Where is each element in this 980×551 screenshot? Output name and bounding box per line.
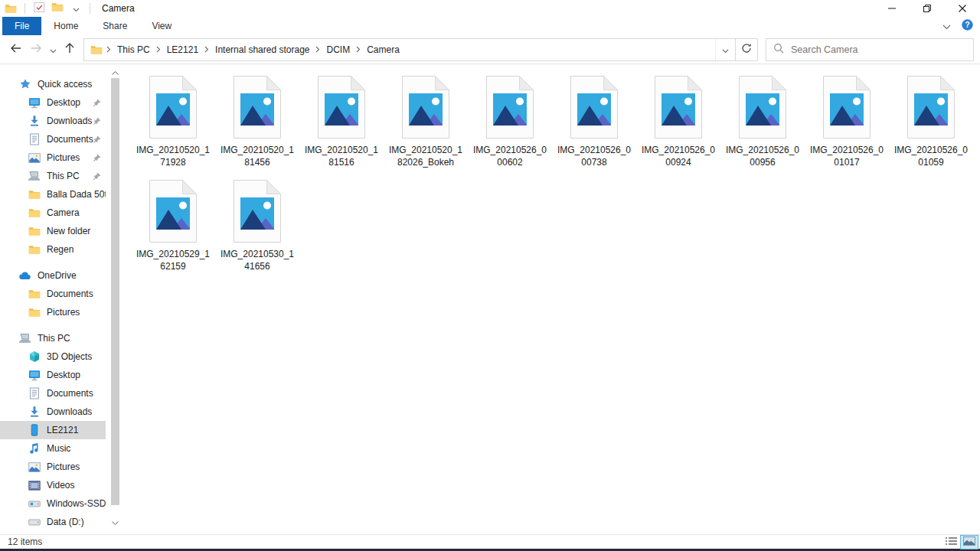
window-title: Camera bbox=[102, 3, 135, 14]
close-button[interactable] bbox=[945, 0, 980, 17]
ribbon-tabs: FileHomeShareView ? bbox=[0, 17, 980, 35]
sidebar-item-label: Camera bbox=[47, 207, 80, 218]
details-view-button[interactable] bbox=[942, 536, 959, 549]
file-tile[interactable]: IMG_20210526_000738 bbox=[552, 73, 636, 176]
file-tile[interactable]: IMG_20210526_000956 bbox=[720, 73, 805, 176]
sidebar-item-documents[interactable]: Documents bbox=[0, 384, 106, 403]
breadcrumb-item-le2121[interactable]: LE2121 bbox=[162, 44, 204, 55]
file-tile[interactable]: IMG_20210529_162159 bbox=[131, 178, 215, 280]
sidebar-item-regen[interactable]: Regen bbox=[0, 240, 106, 259]
details-view-icon bbox=[946, 536, 957, 548]
refresh-button[interactable] bbox=[736, 38, 758, 61]
tab-file[interactable]: File bbox=[2, 17, 41, 35]
forward-button[interactable] bbox=[26, 39, 47, 60]
collapse-ribbon-button[interactable] bbox=[942, 19, 951, 33]
sidebar-section-quick-access[interactable]: Quick access bbox=[0, 75, 106, 93]
sidebar-item-pictures[interactable]: Pictures bbox=[0, 303, 106, 321]
sidebar-item-label: This PC bbox=[47, 171, 80, 181]
customize-toolbar-button[interactable] bbox=[69, 2, 83, 15]
sidebar-item-pictures[interactable]: Pictures bbox=[0, 148, 106, 167]
sidebar-item-music[interactable]: Music bbox=[0, 439, 106, 458]
pin-icon bbox=[93, 98, 102, 107]
image-file-icon bbox=[654, 75, 703, 139]
explorer-app-icon bbox=[4, 2, 18, 15]
help-icon: ? bbox=[962, 20, 973, 33]
recent-locations-button[interactable] bbox=[47, 39, 59, 60]
file-name: IMG_20210520_181516 bbox=[303, 144, 380, 168]
forward-arrow-icon bbox=[30, 42, 44, 57]
sidebar-tree: Quick accessDesktopDownloadsDocumentsPic… bbox=[0, 75, 106, 531]
image-file-icon bbox=[401, 75, 450, 139]
breadcrumb-item-dcim[interactable]: DCIM bbox=[321, 44, 355, 55]
sidebar-item-downloads[interactable]: Downloads bbox=[0, 403, 106, 421]
up-button[interactable] bbox=[59, 39, 80, 60]
sidebar-item-this-pc[interactable]: This PC bbox=[0, 167, 106, 185]
sidebar-item-new-folder[interactable]: New folder bbox=[0, 222, 106, 240]
address-dropdown-button[interactable] bbox=[715, 39, 735, 60]
videos-icon bbox=[28, 479, 41, 492]
image-file-icon bbox=[149, 75, 198, 139]
back-button[interactable] bbox=[5, 39, 26, 60]
restore-button[interactable] bbox=[910, 0, 945, 17]
sidebar-item-downloads[interactable]: Downloads bbox=[0, 112, 106, 130]
sidebar-item-data-d[interactable]: Data (D:) bbox=[0, 513, 106, 531]
thumbnail-view-button[interactable] bbox=[961, 536, 978, 549]
sidebar-item-desktop[interactable]: Desktop bbox=[0, 366, 106, 384]
file-tile[interactable]: IMG_20210520_181516 bbox=[299, 73, 384, 176]
scrollbar-thumb[interactable] bbox=[111, 78, 119, 505]
sidebar-item-videos[interactable]: Videos bbox=[0, 476, 106, 494]
sidebar-section-label: OneDrive bbox=[38, 270, 77, 281]
sidebar-item-desktop[interactable]: Desktop bbox=[0, 93, 106, 112]
help-button[interactable]: ? bbox=[962, 19, 973, 34]
sidebar-item-3d-objects[interactable]: 3D Objects bbox=[0, 347, 106, 366]
sidebar-section-this-pc[interactable]: This PC bbox=[0, 329, 106, 347]
scroll-up-button[interactable] bbox=[110, 66, 120, 77]
titlebar-separator bbox=[90, 3, 90, 14]
new-folder-button[interactable] bbox=[51, 2, 64, 15]
file-tile[interactable]: IMG_20210526_000924 bbox=[636, 73, 720, 176]
properties-button[interactable] bbox=[32, 2, 46, 15]
file-tile[interactable]: IMG_20210526_001017 bbox=[805, 73, 889, 176]
refresh-icon bbox=[741, 43, 752, 57]
file-tile[interactable]: IMG_20210526_000602 bbox=[468, 73, 552, 176]
sidebar-item-documents[interactable]: Documents bbox=[0, 285, 106, 303]
sidebar-item-pictures[interactable]: Pictures bbox=[0, 458, 106, 476]
file-tile[interactable]: IMG_20210520_182026_Bokeh bbox=[384, 73, 468, 176]
file-tile[interactable]: IMG_20210526_001059 bbox=[889, 73, 973, 176]
file-tile[interactable]: IMG_20210520_181456 bbox=[215, 73, 299, 176]
drive-windows-icon bbox=[28, 497, 41, 510]
minimize-button[interactable] bbox=[874, 0, 910, 17]
sidebar-item-camera[interactable]: Camera bbox=[0, 204, 106, 222]
breadcrumb-item-this-pc[interactable]: This PC bbox=[112, 44, 155, 55]
sidebar-item-documents[interactable]: Documents bbox=[0, 130, 106, 148]
content: Quick accessDesktopDownloadsDocumentsPic… bbox=[0, 64, 980, 534]
tab-share[interactable]: Share bbox=[90, 17, 139, 35]
image-file-icon bbox=[317, 75, 366, 139]
address-bar[interactable]: This PCLE2121Internal shared storageDCIM… bbox=[83, 38, 736, 61]
file-tile[interactable]: IMG_20210520_171928 bbox=[131, 73, 215, 176]
image-file-icon bbox=[149, 179, 198, 243]
sidebar-item-le2121[interactable]: LE2121 bbox=[0, 421, 106, 439]
tab-view[interactable]: View bbox=[139, 17, 184, 35]
breadcrumb-item-camera[interactable]: Camera bbox=[361, 44, 405, 55]
scroll-down-button[interactable] bbox=[110, 516, 120, 527]
search-input[interactable] bbox=[791, 44, 973, 55]
sidebar-item-balla-dada-50th[interactable]: Balla Dada 50th . bbox=[0, 185, 106, 204]
breadcrumb-item-internal-shared-storage[interactable]: Internal shared storage bbox=[210, 44, 315, 55]
this-pc-icon bbox=[28, 170, 41, 183]
file-tile[interactable]: IMG_20210530_141656 bbox=[215, 178, 299, 280]
file-grid: IMG_20210520_171928IMG_20210520_181456IM… bbox=[122, 64, 980, 534]
pin-icon bbox=[93, 171, 102, 181]
file-name: IMG_20210529_162159 bbox=[135, 248, 211, 272]
sidebar-section-onedrive[interactable]: OneDrive bbox=[0, 266, 106, 285]
sidebar-section-label: Quick access bbox=[38, 79, 92, 90]
image-file-icon bbox=[233, 179, 282, 243]
breadcrumb-separator-icon bbox=[355, 46, 361, 53]
tab-home[interactable]: Home bbox=[41, 17, 90, 35]
sidebar-item-label: 3D Objects bbox=[47, 351, 92, 362]
sidebar-item-label: Documents bbox=[47, 134, 93, 145]
sidebar-item-label: Data (D:) bbox=[47, 517, 84, 527]
image-file-icon bbox=[485, 75, 534, 139]
sidebar-item-windows-ssd-c[interactable]: Windows-SSD (C bbox=[0, 494, 106, 513]
sidebar-item-label: Regen bbox=[47, 244, 74, 255]
